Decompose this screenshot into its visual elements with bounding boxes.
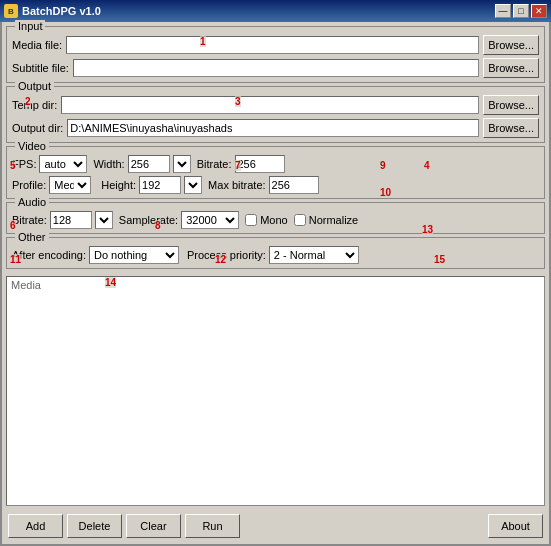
normalize-checkbox[interactable]: [294, 214, 306, 226]
video-bitrate-input[interactable]: [235, 155, 285, 173]
media-browse-button[interactable]: Browse...: [483, 35, 539, 55]
output-group-label: Output: [15, 80, 54, 92]
media-file-input[interactable]: [66, 36, 479, 54]
delete-button[interactable]: Delete: [67, 514, 122, 538]
input-group: Input Media file: Browse... Subtitle fil…: [6, 26, 545, 83]
samplerate-label: Samplerate:: [119, 214, 178, 226]
close-button[interactable]: ✕: [531, 4, 547, 18]
bottom-bar: Add Delete Clear Run About: [6, 511, 545, 540]
add-button[interactable]: Add: [8, 514, 63, 538]
other-group: Other After encoding: Do nothing Close S…: [6, 237, 545, 269]
width-select[interactable]: ↓: [173, 155, 191, 173]
subtitle-file-input[interactable]: [73, 59, 479, 77]
audio-bitrate-label: Bitrate:: [12, 214, 47, 226]
after-encoding-label: After encoding:: [12, 249, 86, 261]
input-group-label: Input: [15, 20, 45, 32]
audio-bitrate-select[interactable]: ↓: [95, 211, 113, 229]
audio-group: Audio Bitrate: ↓ Samplerate: 8000 11025 …: [6, 202, 545, 234]
max-bitrate-label: Max bitrate:: [208, 179, 265, 191]
other-group-label: Other: [15, 231, 49, 243]
app-icon: B: [4, 4, 18, 18]
profile-select[interactable]: Low Med High: [49, 176, 91, 194]
samplerate-select[interactable]: 8000 11025 16000 22050 32000 44100: [181, 211, 239, 229]
mono-checkbox[interactable]: [245, 214, 257, 226]
video-group-label: Video: [15, 140, 49, 152]
app-title: BatchDPG v1.0: [22, 5, 101, 17]
width-label: Width:: [93, 158, 124, 170]
height-label: Height:: [101, 179, 136, 191]
media-file-label: Media file:: [12, 39, 62, 51]
height-select[interactable]: ↓: [184, 176, 202, 194]
temp-dir-label: Temp dir:: [12, 99, 57, 111]
media-list: Media: [6, 276, 545, 506]
profile-label: Profile:: [12, 179, 46, 191]
height-input[interactable]: [139, 176, 181, 194]
fps-select[interactable]: auto 15 20 24 25 30: [39, 155, 87, 173]
after-encoding-select[interactable]: Do nothing Close Shutdown: [89, 246, 179, 264]
audio-group-label: Audio: [15, 196, 49, 208]
temp-dir-input[interactable]: [61, 96, 479, 114]
output-dir-input[interactable]: [67, 119, 479, 137]
run-button[interactable]: Run: [185, 514, 240, 538]
subtitle-browse-button[interactable]: Browse...: [483, 58, 539, 78]
normalize-label: Normalize: [309, 214, 359, 226]
minimize-button[interactable]: —: [495, 4, 511, 18]
output-dir-label: Output dir:: [12, 122, 63, 134]
clear-button[interactable]: Clear: [126, 514, 181, 538]
subtitle-file-label: Subtitle file:: [12, 62, 69, 74]
audio-bitrate-input[interactable]: [50, 211, 92, 229]
process-priority-select[interactable]: 1 - Low 2 - Normal 3 - High: [269, 246, 359, 264]
titlebar: B BatchDPG v1.0 — □ ✕: [0, 0, 551, 22]
maximize-button[interactable]: □: [513, 4, 529, 18]
output-browse-button[interactable]: Browse...: [483, 118, 539, 138]
mono-label: Mono: [260, 214, 288, 226]
width-input[interactable]: [128, 155, 170, 173]
fps-label: FPS:: [12, 158, 36, 170]
bitrate-label: Bitrate:: [197, 158, 232, 170]
video-group: Video FPS: auto 15 20 24 25 30 Width: ↓: [6, 146, 545, 199]
process-priority-label: Process priority:: [187, 249, 266, 261]
about-button[interactable]: About: [488, 514, 543, 538]
max-bitrate-input[interactable]: [269, 176, 319, 194]
media-list-label: Media: [9, 277, 43, 293]
output-group: Output Temp dir: Browse... Output dir: B…: [6, 86, 545, 143]
temp-browse-button[interactable]: Browse...: [483, 95, 539, 115]
